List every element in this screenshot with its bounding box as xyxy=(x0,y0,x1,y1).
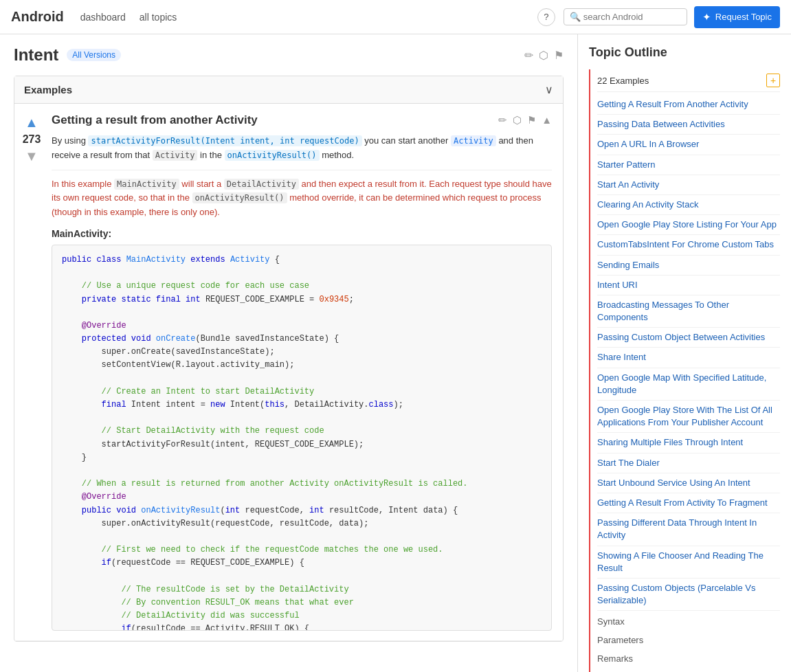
outline-item[interactable]: Getting A Result From Another Activity xyxy=(597,95,780,115)
page-title: Intent xyxy=(14,45,58,65)
title-icons: ✏ ⬡ ⚑ xyxy=(524,49,564,62)
outline-item[interactable]: Start The Dialer xyxy=(597,453,780,473)
examples-header[interactable]: Examples ∨ xyxy=(14,76,563,104)
example-title-row: Getting a result from another Activity ✏… xyxy=(52,113,552,127)
note-mid-1: will start a xyxy=(179,179,224,189)
vote-down-button[interactable]: ▼ xyxy=(25,148,38,164)
example-divider xyxy=(52,170,552,170)
examples-section: Examples ∨ ▲ 273 ▼ Getting a result from… xyxy=(14,76,564,642)
outline-item[interactable]: Passing Different Data Through Intent In… xyxy=(597,513,780,546)
brand-label: Android xyxy=(11,9,64,25)
outline-item[interactable]: Sending Emails xyxy=(597,256,780,276)
topic-outline-box: 22 Examples + Getting A Result From Anot… xyxy=(589,69,780,672)
vote-column: ▲ 273 ▼ xyxy=(14,104,49,640)
help-button[interactable]: ? xyxy=(537,8,555,26)
outline-item[interactable]: Passing Custom Object Between Activities xyxy=(597,328,780,348)
outline-item[interactable]: Broadcasting Messages To Other Component… xyxy=(597,295,780,328)
topic-outline-title: Topic Outline xyxy=(589,45,780,60)
search-box: 🔍 xyxy=(564,8,687,25)
example-content: Getting a result from another Activity ✏… xyxy=(49,104,563,640)
outline-item[interactable]: Starter Pattern xyxy=(597,155,780,175)
desc-text-5: method. xyxy=(320,150,355,160)
search-icon: 🔍 xyxy=(570,12,581,22)
outline-item[interactable]: Sharing Multiple Files Through Intent xyxy=(597,433,780,453)
examples-title: Examples xyxy=(24,84,72,96)
code-activity-1: Activity xyxy=(451,135,496,146)
note-code-3: onActivityResult() xyxy=(192,192,287,203)
caveats-section-header: Caveats Of Using Implicit Intent xyxy=(597,667,780,672)
outline-item[interactable]: Start An Activity xyxy=(597,175,780,195)
share-icon[interactable]: ⬡ xyxy=(539,49,548,62)
desc-text-1: By using xyxy=(52,135,88,146)
outline-items-list: Getting A Result From Another ActivityPa… xyxy=(597,95,780,611)
example-description: By using startActivityForResult(Intent i… xyxy=(52,134,552,163)
example-link-icon[interactable]: ⬡ xyxy=(513,114,522,126)
example-collapse-icon[interactable]: ▲ xyxy=(542,114,552,126)
vote-count: 273 xyxy=(23,133,41,146)
code-startactivity: startActivityForResult(Intent intent, in… xyxy=(88,135,361,146)
page-title-row: Intent All Versions ✏ ⬡ ⚑ xyxy=(14,45,564,65)
main-activity-heading: MainActivity: xyxy=(52,228,552,239)
top-nav: Android dashboard all topics ? 🔍 ✦ Reque… xyxy=(0,0,791,34)
outline-item[interactable]: Start Unbound Service Using An Intent xyxy=(597,473,780,493)
example-edit-icon[interactable]: ✏ xyxy=(498,114,507,126)
add-example-button[interactable]: + xyxy=(766,74,780,87)
code-block: public class MainActivity extends Activi… xyxy=(62,254,542,630)
outline-item[interactable]: Intent URI xyxy=(597,276,780,295)
outline-item[interactable]: Showing A File Chooser And Reading The R… xyxy=(597,546,780,579)
chevron-down-icon: ∨ xyxy=(545,83,553,96)
outline-item[interactable]: Getting A Result From Activity To Fragme… xyxy=(597,493,780,513)
outline-item[interactable]: Open Google Play Store With The List Of … xyxy=(597,401,780,433)
outline-item[interactable]: Open A URL In A Browser xyxy=(597,135,780,155)
right-sidebar: Topic Outline 22 Examples + Getting A Re… xyxy=(578,34,791,672)
example-item: ▲ 273 ▼ Getting a result from another Ac… xyxy=(14,104,563,641)
examples-count-row: 22 Examples + xyxy=(597,69,780,92)
note-code-2: DetailActivity xyxy=(224,179,299,190)
outline-item[interactable]: Share Intent xyxy=(597,348,780,368)
outline-item[interactable]: Open Google Play Store Listing For Your … xyxy=(597,215,780,235)
all-versions-badge[interactable]: All Versions xyxy=(67,49,121,61)
plus-icon: ✦ xyxy=(702,11,711,23)
note-code-1: MainActivity xyxy=(114,179,179,190)
request-topic-label: Request Topic xyxy=(715,12,772,22)
search-input[interactable] xyxy=(583,12,681,22)
nav-all-topics[interactable]: all topics xyxy=(140,12,177,23)
parameters-section-header: Parameters xyxy=(597,629,780,648)
example-title: Getting a result from another Activity xyxy=(52,113,258,127)
outline-item[interactable]: Open Google Map With Specified Latitude,… xyxy=(597,368,780,401)
desc-text-2: you can start another xyxy=(362,135,451,146)
example-flag-icon[interactable]: ⚑ xyxy=(527,114,536,126)
outline-item[interactable]: Clearing An Activity Stack xyxy=(597,195,780,215)
example-note: In this example MainActivity will start … xyxy=(52,177,552,220)
flag-icon[interactable]: ⚑ xyxy=(554,49,564,62)
request-topic-button[interactable]: ✦ Request Topic xyxy=(694,6,780,28)
syntax-section-header: Syntax xyxy=(597,611,780,629)
main-layout: Intent All Versions ✏ ⬡ ⚑ Examples ∨ ▲ 2… xyxy=(0,34,791,672)
code-block-scroll[interactable]: public class MainActivity extends Activi… xyxy=(52,245,551,630)
example-action-icons: ✏ ⬡ ⚑ ▲ xyxy=(498,114,552,126)
nav-dashboard[interactable]: dashboard xyxy=(80,12,126,23)
vote-up-button[interactable]: ▲ xyxy=(25,115,38,131)
content-area: Intent All Versions ✏ ⬡ ⚑ Examples ∨ ▲ 2… xyxy=(0,34,578,672)
note-text-1: In this example xyxy=(52,179,114,189)
code-activity-2: Activity xyxy=(153,150,198,161)
code-block-container: public class MainActivity extends Activi… xyxy=(52,245,552,631)
outline-item[interactable]: CustomTabsIntent For Chrome Custom Tabs xyxy=(597,235,780,255)
code-onactivityresult: onActivityResult() xyxy=(225,150,320,161)
outline-item[interactable]: Passing Data Between Activities xyxy=(597,115,780,135)
outline-item[interactable]: Passing Custom Objects (Parcelable Vs Se… xyxy=(597,579,780,611)
examples-count-label: 22 Examples xyxy=(597,76,649,86)
desc-text-4: in the xyxy=(197,150,224,160)
edit-icon[interactable]: ✏ xyxy=(524,49,533,62)
remarks-section-header: Remarks xyxy=(597,648,780,667)
